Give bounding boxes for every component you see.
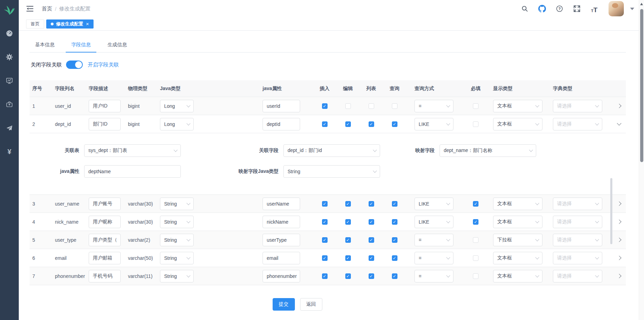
display-type-select[interactable]: 下拉框 (493, 234, 542, 246)
java-prop-input[interactable]: email (263, 252, 300, 264)
java-prop-input[interactable]: userType (263, 234, 300, 246)
field-desc-input[interactable]: 用户账号 (89, 198, 121, 210)
java-prop-input[interactable]: nickName (263, 216, 300, 228)
currency-yen-icon[interactable]: ¥ (5, 147, 14, 156)
field-desc-input[interactable]: 用户ID (89, 100, 121, 112)
submit-button[interactable]: 提交 (273, 298, 295, 311)
collapse-menu-icon[interactable] (26, 5, 34, 13)
scrollbar-up-arrow-icon[interactable] (640, 3, 643, 5)
user-avatar[interactable] (609, 1, 624, 16)
toolbox-icon[interactable] (5, 100, 14, 109)
field-desc-input[interactable]: 部门ID (89, 118, 121, 130)
display-type-select[interactable]: 文本框 (493, 118, 542, 130)
display-type-select[interactable]: 文本框 (493, 270, 542, 282)
java-type-select[interactable]: String (160, 216, 194, 228)
query-checkbox[interactable]: ✓ (392, 201, 397, 207)
field-desc-input[interactable]: 用户邮箱 (89, 252, 121, 264)
required-checkbox[interactable] (473, 273, 478, 279)
required-checkbox[interactable] (473, 237, 478, 243)
display-type-select[interactable]: 文本框 (493, 252, 542, 264)
expand-row-button[interactable] (617, 274, 621, 278)
edit-checkbox[interactable]: ✓ (345, 237, 351, 243)
java-prop-input[interactable]: userId (263, 100, 300, 112)
fullscreen-icon[interactable] (572, 4, 581, 13)
expand-row-button[interactable] (617, 256, 621, 260)
query-checkbox[interactable]: ✓ (392, 219, 397, 225)
query-checkbox[interactable]: ✓ (392, 237, 397, 243)
java-type-select[interactable]: String (160, 198, 194, 210)
query-checkbox[interactable]: ✓ (392, 255, 397, 261)
java-type-select[interactable]: String (160, 234, 194, 246)
insert-checkbox[interactable]: ✓ (322, 273, 328, 279)
insert-checkbox[interactable]: ✓ (322, 121, 328, 127)
window-scrollbar-thumb[interactable] (640, 9, 643, 162)
expand-row-button[interactable] (617, 238, 621, 242)
field-relation-switch[interactable] (66, 61, 83, 69)
map-field-select[interactable]: dept_name：部门名称 (440, 144, 536, 157)
query-type-select[interactable]: LIKE (414, 118, 453, 130)
window-scrollbar[interactable] (639, 0, 644, 320)
required-checkbox[interactable] (473, 103, 478, 109)
tab-generate-info[interactable]: 生成信息 (102, 39, 132, 52)
map-java-type-select[interactable]: String (283, 165, 380, 178)
query-type-select[interactable]: LIKE (414, 216, 453, 228)
query-checkbox[interactable]: ✓ (392, 121, 397, 127)
java-prop-input[interactable]: phonenumber (263, 270, 300, 282)
insert-checkbox[interactable]: ✓ (322, 201, 328, 207)
query-type-select[interactable]: = (414, 100, 453, 112)
display-type-select[interactable]: 文本框 (493, 216, 542, 228)
breadcrumb-home[interactable]: 首页 (42, 6, 52, 12)
expand-row-button[interactable] (617, 121, 621, 126)
java-prop-input[interactable]: deptId (263, 118, 300, 130)
monitor-chart-icon[interactable] (5, 77, 14, 85)
list-checkbox[interactable]: ✓ (369, 219, 374, 225)
edit-checkbox[interactable]: ✓ (345, 219, 351, 225)
dict-type-select[interactable]: 请选择 (553, 252, 602, 264)
tag-home[interactable]: 首页 (26, 19, 44, 29)
required-checkbox[interactable]: ✓ (473, 219, 478, 225)
relation-table-select[interactable]: sys_dept：部门表 (84, 144, 181, 157)
dashboard-icon[interactable] (5, 29, 14, 38)
list-checkbox[interactable]: ✓ (369, 121, 374, 127)
required-checkbox[interactable] (473, 255, 478, 261)
app-logo-icon[interactable] (3, 4, 16, 17)
help-icon[interactable]: ? (555, 4, 564, 13)
required-checkbox[interactable] (473, 121, 478, 127)
tag-close-icon[interactable]: × (86, 21, 89, 27)
java-type-select[interactable]: String (160, 252, 194, 264)
list-checkbox[interactable]: ✓ (369, 201, 374, 207)
edit-checkbox[interactable]: ✓ (345, 255, 351, 261)
expand-row-button[interactable] (617, 219, 621, 224)
dict-type-select[interactable]: 请选择 (553, 198, 602, 210)
display-type-select[interactable]: 文本框 (493, 198, 542, 210)
dict-type-select[interactable]: 请选择 (553, 234, 602, 246)
edit-checkbox[interactable]: ✓ (345, 201, 351, 207)
settings-gear-icon[interactable] (5, 53, 14, 61)
user-menu-caret-icon[interactable] (630, 8, 634, 10)
edit-checkbox[interactable]: ✓ (345, 121, 351, 127)
expand-row-button[interactable] (617, 104, 621, 108)
query-checkbox[interactable]: ✓ (392, 273, 397, 279)
relation-field-select[interactable]: dept_id：部门id (283, 144, 380, 157)
tab-field-info[interactable]: 字段信息 (66, 39, 96, 52)
insert-checkbox[interactable]: ✓ (322, 103, 328, 109)
tab-basic-info[interactable]: 基本信息 (30, 39, 60, 52)
expansion-java-prop-input[interactable]: deptName (84, 165, 181, 178)
java-type-select[interactable]: String (160, 270, 194, 282)
java-type-select[interactable]: Long (160, 100, 194, 112)
insert-checkbox[interactable]: ✓ (322, 219, 328, 225)
query-checkbox[interactable] (392, 103, 397, 109)
table-scrollbar-thumb[interactable] (610, 178, 612, 244)
list-checkbox[interactable]: ✓ (369, 255, 374, 261)
field-desc-input[interactable]: 用户类型（ (89, 234, 121, 246)
display-type-select[interactable]: 文本框 (493, 100, 542, 112)
edit-checkbox[interactable] (345, 103, 351, 109)
insert-checkbox[interactable]: ✓ (322, 237, 328, 243)
insert-checkbox[interactable]: ✓ (322, 255, 328, 261)
query-type-select[interactable]: = (414, 270, 453, 282)
java-type-select[interactable]: Long (160, 118, 194, 130)
search-icon[interactable] (520, 4, 529, 13)
java-prop-input[interactable]: userName (263, 198, 300, 210)
relation-on-label[interactable]: 开启字段关联 (88, 62, 119, 68)
dict-type-select[interactable]: 请选择 (553, 270, 602, 282)
